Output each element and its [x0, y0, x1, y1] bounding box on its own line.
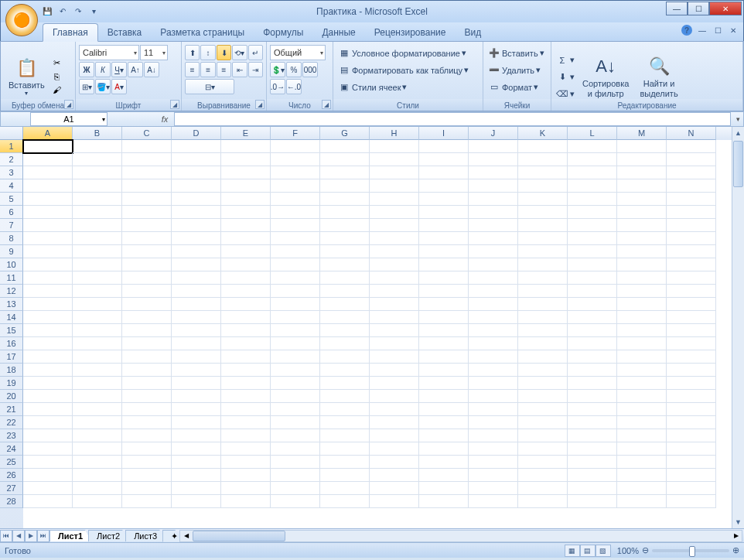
- cell[interactable]: [73, 416, 122, 429]
- maximize-button[interactable]: ☐: [688, 2, 709, 15]
- cell[interactable]: [221, 377, 271, 390]
- cell[interactable]: [221, 206, 271, 219]
- cell[interactable]: [667, 350, 716, 364]
- sheet-nav-last[interactable]: ⏭: [37, 530, 49, 542]
- cell[interactable]: [23, 298, 73, 311]
- cell[interactable]: [419, 456, 469, 469]
- cell[interactable]: [469, 324, 518, 337]
- sheet-nav-next[interactable]: ▶: [25, 530, 37, 542]
- row-header[interactable]: 23: [0, 429, 23, 442]
- fx-icon[interactable]: fx: [155, 112, 174, 126]
- cell-styles-button[interactable]: ▣Стили ячеек ▾: [336, 79, 480, 95]
- cell[interactable]: [122, 153, 172, 166]
- cell[interactable]: [23, 482, 73, 495]
- cell[interactable]: [568, 377, 617, 390]
- cell[interactable]: [469, 482, 518, 495]
- cell[interactable]: [221, 271, 271, 285]
- tab-formulas[interactable]: Формулы: [254, 24, 312, 41]
- align-bottom-button[interactable]: ⬇: [217, 45, 231, 60]
- cell[interactable]: [469, 442, 518, 456]
- cell[interactable]: [73, 456, 122, 469]
- cell[interactable]: [73, 219, 122, 232]
- cell[interactable]: [667, 456, 716, 469]
- cell[interactable]: [172, 350, 221, 364]
- column-header[interactable]: E: [221, 127, 271, 140]
- tab-review[interactable]: Рецензирование: [365, 24, 456, 41]
- cell[interactable]: [73, 390, 122, 403]
- cell[interactable]: [122, 442, 172, 456]
- cell[interactable]: [271, 364, 320, 377]
- cell[interactable]: [23, 337, 73, 350]
- cell[interactable]: [518, 311, 568, 324]
- row-header[interactable]: 13: [0, 298, 23, 311]
- cell[interactable]: [122, 258, 172, 271]
- cell[interactable]: [271, 193, 320, 206]
- cell[interactable]: [617, 298, 667, 311]
- increase-indent-button[interactable]: ⇥: [248, 62, 263, 77]
- cell[interactable]: [419, 337, 469, 350]
- underline-button[interactable]: Ч▾: [111, 62, 127, 77]
- cell[interactable]: [568, 364, 617, 377]
- cell[interactable]: [320, 206, 370, 219]
- office-button[interactable]: 🟠: [5, 4, 38, 36]
- cell[interactable]: [469, 258, 518, 271]
- column-header[interactable]: G: [320, 127, 370, 140]
- cell[interactable]: [518, 364, 568, 377]
- column-header[interactable]: L: [568, 127, 617, 140]
- scroll-down-icon[interactable]: ▼: [732, 516, 744, 528]
- cell[interactable]: [518, 153, 568, 166]
- cell[interactable]: [617, 140, 667, 153]
- row-header[interactable]: 14: [0, 311, 23, 324]
- close-button[interactable]: ✕: [709, 2, 742, 15]
- cell[interactable]: [320, 469, 370, 482]
- cell[interactable]: [23, 403, 73, 416]
- cell[interactable]: [617, 442, 667, 456]
- cell[interactable]: [617, 193, 667, 206]
- cell[interactable]: [568, 495, 617, 508]
- cell[interactable]: [320, 416, 370, 429]
- cell[interactable]: [617, 179, 667, 193]
- fill-color-button[interactable]: 🪣▾: [95, 79, 111, 94]
- cell[interactable]: [667, 337, 716, 350]
- cell[interactable]: [23, 193, 73, 206]
- sheet-tab-1[interactable]: Лист1: [49, 530, 91, 541]
- cell[interactable]: [73, 337, 122, 350]
- cell[interactable]: [518, 495, 568, 508]
- cell[interactable]: [667, 245, 716, 258]
- cell[interactable]: [23, 469, 73, 482]
- cell[interactable]: [667, 442, 716, 456]
- cell[interactable]: [370, 271, 419, 285]
- normal-view-button[interactable]: ▦: [565, 545, 580, 557]
- horizontal-scrollbar[interactable]: ◀ ▶: [179, 530, 742, 542]
- row-header[interactable]: 28: [0, 495, 23, 508]
- cell[interactable]: [320, 482, 370, 495]
- cell[interactable]: [617, 482, 667, 495]
- cell[interactable]: [73, 364, 122, 377]
- cell[interactable]: [518, 324, 568, 337]
- cell[interactable]: [172, 245, 221, 258]
- cell[interactable]: [23, 285, 73, 298]
- cell[interactable]: [271, 179, 320, 193]
- cell[interactable]: [419, 193, 469, 206]
- cell[interactable]: [271, 271, 320, 285]
- cell[interactable]: [271, 219, 320, 232]
- column-header[interactable]: C: [122, 127, 172, 140]
- cell[interactable]: [221, 350, 271, 364]
- row-header[interactable]: 27: [0, 482, 23, 495]
- cell[interactable]: [320, 285, 370, 298]
- cell[interactable]: [221, 193, 271, 206]
- cell[interactable]: [122, 232, 172, 245]
- format-as-table-button[interactable]: ▤Форматировать как таблицу ▾: [336, 62, 480, 78]
- cell[interactable]: [122, 206, 172, 219]
- number-format-combo[interactable]: Общий: [270, 45, 326, 60]
- cell[interactable]: [667, 140, 716, 153]
- cell[interactable]: [320, 179, 370, 193]
- cell[interactable]: [221, 416, 271, 429]
- cell[interactable]: [271, 390, 320, 403]
- cell[interactable]: [469, 495, 518, 508]
- cell[interactable]: [221, 258, 271, 271]
- cell[interactable]: [568, 456, 617, 469]
- cell[interactable]: [518, 232, 568, 245]
- cell[interactable]: [320, 311, 370, 324]
- cell[interactable]: [172, 469, 221, 482]
